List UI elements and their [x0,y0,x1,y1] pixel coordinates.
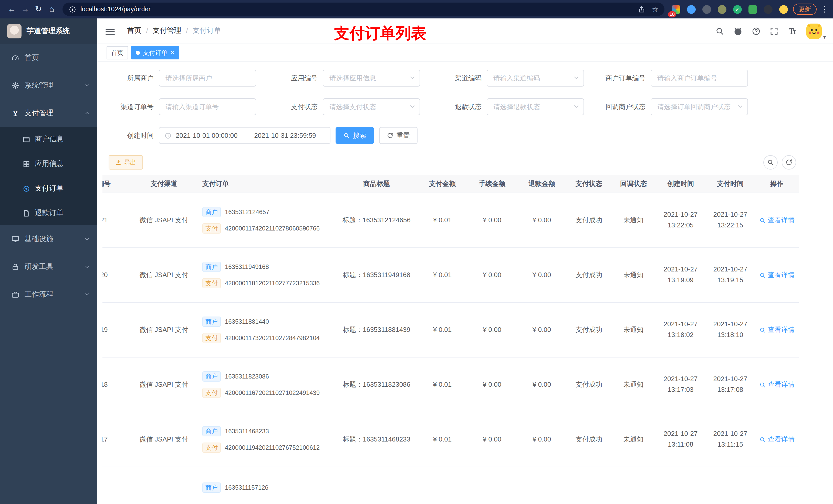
refresh-icon [785,159,792,166]
search-icon [759,327,766,333]
extension-puzzle-icon[interactable]: 10 [672,5,680,14]
search-icon [767,159,774,166]
sidebar-item-payment-order[interactable]: 支付订单 [0,176,97,201]
close-icon[interactable]: × [171,49,174,56]
notify-status-filter-select[interactable] [651,98,748,115]
filter-label-merchant: 所属商户 [97,73,159,83]
sidebar-item-home[interactable]: 首页 [0,44,97,72]
notify-status: 未通知 [611,215,656,225]
refund-status-filter-select[interactable] [487,98,584,115]
browser-profile-avatar[interactable] [779,5,788,14]
table-refresh-button[interactable] [782,155,796,170]
browser-back-icon[interactable]: ← [5,3,19,16]
filter-row-1: 所属商户 应用编号 渠道编码 商户订单编号 [97,70,753,87]
refund-amount: ¥ 0.00 [517,325,567,335]
bookmark-star-icon[interactable]: ☆ [652,5,658,13]
help-icon[interactable] [752,27,761,36]
site-info-icon[interactable] [69,5,76,13]
extension-check-icon[interactable]: ✓ [733,5,742,14]
product-title: 标题：1635312124656 [336,215,418,225]
menu-label: 首页 [25,53,39,63]
create-time: 13:22:05 [664,220,698,231]
export-button[interactable]: 导出 [109,155,143,170]
address-bar[interactable]: localhost:1024/pay/order ☆ [63,3,664,16]
merchant-order-no: 1635311881440 [225,317,269,326]
extension-globe-icon[interactable] [703,5,711,14]
fee-amount: ¥ 0.00 [467,380,517,390]
font-size-icon[interactable] [787,27,798,36]
sidebar-item-dev-tools[interactable]: 研发工具 [0,253,97,281]
main-content: 所属商户 应用编号 渠道编码 商户订单编号 [97,62,833,504]
browser-forward-icon[interactable]: → [19,3,32,16]
merchant-order-no: 1635311823086 [225,372,269,381]
merchant-tag: 商户 [203,262,221,272]
tab-label: 支付订单 [143,46,168,58]
merchant-order-no-filter-input[interactable] [651,70,748,87]
tags-view-bar: 首页 支付订单 × [97,44,833,62]
browser-update-button[interactable]: 更新 [793,4,817,15]
sidebar-item-payment-management[interactable]: ¥ 支付管理 [0,99,97,127]
url-text: localhost:1024/pay/order [80,6,638,13]
sidebar-item-system-management[interactable]: 系统管理 [0,72,97,99]
menu-label: 商户信息 [35,135,64,144]
extension-circle-icon[interactable] [718,5,727,14]
search-icon [343,132,350,139]
sidebar-item-app-info[interactable]: 应用信息 [0,152,97,176]
merchant-tag: 商户 [203,371,221,382]
merchant-order-no: 1635311468233 [225,427,269,436]
refresh-icon [387,132,394,139]
extension-drop-icon[interactable] [687,5,696,14]
search-button[interactable]: 搜索 [336,127,374,144]
search-icon[interactable] [715,27,724,36]
tab-payment-order[interactable]: 支付订单 × [131,46,179,59]
extension-chat-icon[interactable] [748,5,757,14]
sidebar-item-merchant-info[interactable]: 商户信息 [0,127,97,152]
app-logo-row[interactable]: 芋道管理系统 [0,19,97,44]
filter-label-refund-status: 退款状态 [425,102,487,112]
pay-tag: 支付 [203,333,221,343]
github-icon[interactable] [733,26,743,36]
browser-toolbar: ← → ↻ ⌂ localhost:1024/pay/order ☆ 10 ✓ … [0,0,833,19]
col-header-id: 编号 [102,179,112,189]
view-detail-link[interactable]: 查看详情 [759,380,794,390]
user-avatar[interactable]: ▾ [806,24,826,39]
table-search-toggle-button[interactable] [763,155,778,170]
sidebar-item-refund-order[interactable]: 退款订单 [0,201,97,225]
view-detail-link[interactable]: 查看详情 [759,325,794,335]
browser-home-icon[interactable]: ⌂ [45,3,58,16]
sidebar-fold-icon[interactable] [105,27,115,35]
pay-order-no: 4200001174202110278060590766 [225,224,320,233]
merchant-filter-input[interactable] [159,70,256,87]
breadcrumb-payment-management[interactable]: 支付管理 [153,26,181,35]
tab-home[interactable]: 首页 [106,46,128,59]
app-id-filter-select[interactable] [323,70,420,87]
view-detail-link[interactable]: 查看详情 [759,215,794,225]
sidebar-item-workflow[interactable]: 工作流程 [0,281,97,308]
create-time-range-picker[interactable]: 2021-10-01 00:00:00 - 2021-10-31 23:59:5… [159,127,330,144]
breadcrumb: 首页 / 支付管理 / 支付订单 [127,26,221,35]
share-icon[interactable] [638,5,646,13]
pay-amount: ¥ 0.01 [418,380,467,390]
pay-tag: 支付 [203,442,221,453]
breadcrumb-separator: / [146,27,148,35]
view-detail-link[interactable]: 查看详情 [759,435,794,445]
col-header-status: 支付状态 [567,179,611,189]
filter-label-pay-status: 支付状态 [261,102,323,112]
pay-status: 支付成功 [567,435,611,445]
download-icon [115,159,121,165]
browser-menu-icon[interactable]: ⋮ [821,5,828,14]
col-header-refund: 退款金额 [517,179,567,189]
pay-date: 2021-10-27 [713,429,747,439]
view-detail-link[interactable]: 查看详情 [759,270,794,280]
channel-code-filter-select[interactable] [487,70,584,87]
breadcrumb-home[interactable]: 首页 [127,26,141,35]
sidebar-item-infrastructure[interactable]: 基础设施 [0,225,97,253]
order-id: 20 [102,270,112,280]
browser-reload-icon[interactable]: ↻ [32,3,45,16]
breadcrumb-current: 支付订单 [193,26,221,35]
pay-status-filter-select[interactable] [323,98,420,115]
channel-order-no-filter-input[interactable] [159,98,256,115]
fullscreen-icon[interactable] [769,27,779,36]
reset-button[interactable]: 重置 [379,127,418,144]
extension-pin-icon[interactable] [764,5,772,14]
